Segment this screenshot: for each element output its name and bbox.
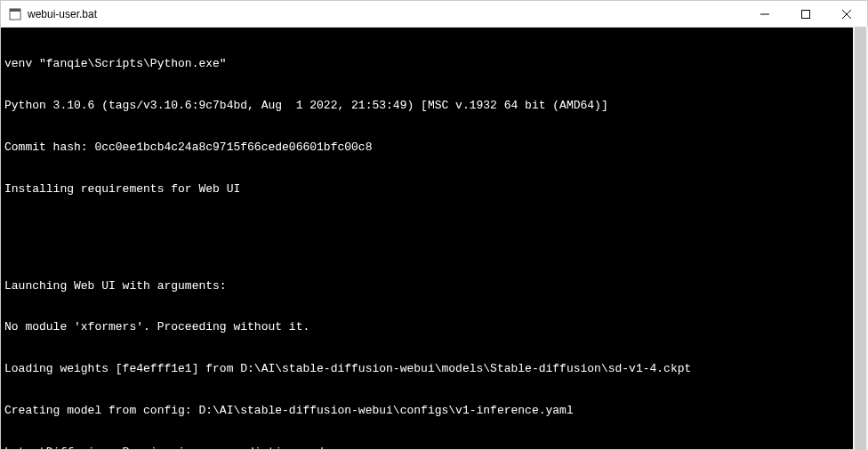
minimize-icon: [760, 10, 769, 19]
terminal-line: Python 3.10.6 (tags/v3.10.6:9c7b4bd, Aug…: [4, 99, 864, 113]
titlebar[interactable]: webui-user.bat: [1, 1, 867, 28]
terminal-line: Loading weights [fe4efff1e1] from D:\AI\…: [4, 362, 864, 376]
maximize-button[interactable]: [785, 1, 826, 27]
terminal-line: No module 'xformers'. Proceeding without…: [4, 320, 864, 334]
svg-rect-3: [802, 10, 810, 18]
app-icon: [8, 7, 22, 21]
window-title: webui-user.bat: [28, 8, 744, 20]
vertical-scrollbar[interactable]: [853, 27, 868, 450]
window-controls: [744, 1, 867, 27]
terminal-output[interactable]: venv "fanqie\Scripts\Python.exe" Python …: [1, 28, 867, 449]
application-window: webui-user.bat venv "fanqie\Scripts\Pyth: [0, 0, 868, 450]
terminal-line: Commit hash: 0cc0ee1bcb4c24a8c9715f66ced…: [4, 141, 864, 155]
terminal-line: Installing requirements for Web UI: [4, 182, 864, 197]
svg-rect-1: [10, 9, 20, 12]
close-button[interactable]: [826, 1, 867, 27]
terminal-line: LatentDiffusion: Running in eps-predicti…: [4, 446, 864, 449]
scrollbar-thumb[interactable]: [855, 27, 866, 450]
maximize-icon: [801, 10, 810, 19]
minimize-button[interactable]: [744, 1, 785, 27]
terminal-line: Creating model from config: D:\AI\stable…: [4, 404, 864, 418]
terminal-line: venv "fanqie\Scripts\Python.exe": [4, 57, 864, 71]
close-icon: [842, 10, 851, 19]
terminal-line: Launching Web UI with arguments:: [4, 279, 864, 293]
